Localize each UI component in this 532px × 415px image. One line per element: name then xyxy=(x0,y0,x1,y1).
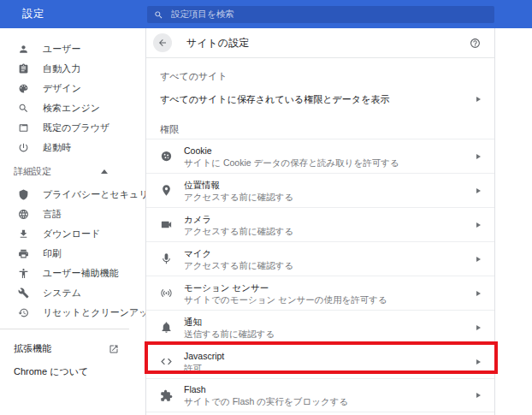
permission-status: サイトでのモーション センサーの使用を許可する xyxy=(184,293,387,305)
languages-icon xyxy=(18,209,29,220)
search-engine-icon xyxy=(18,103,29,114)
javascript-icon xyxy=(160,355,173,368)
chevron-right-icon xyxy=(476,97,481,102)
privacy-security-icon xyxy=(18,189,29,200)
view-all-sites-row[interactable]: すべてのサイトに保存されている権限とデータを表示 xyxy=(146,86,494,113)
sidebar-item-about-chrome[interactable]: Chrome について xyxy=(0,362,129,382)
sidebar-item-accessibility[interactable]: ユーザー補助機能 xyxy=(0,264,145,283)
permission-status: 送信する前に確認する xyxy=(184,328,275,340)
sidebar-item-printing[interactable]: 印刷 xyxy=(0,244,145,264)
permission-name: Flash xyxy=(184,383,348,395)
sidebar-item-privacy-security[interactable]: プライバシーとセキュリティ xyxy=(0,185,145,205)
sidebar-item-downloads[interactable]: ダウンロード xyxy=(0,224,145,244)
permission-status: サイトに Cookie データの保存と読み取りを許可する xyxy=(184,157,399,169)
arrow-back-icon xyxy=(157,38,168,48)
sidebar-item-extensions[interactable]: 拡張機能 xyxy=(0,339,129,359)
sidebar-item-label: 印刷 xyxy=(43,247,62,260)
permission-row-microphone[interactable]: マイクアクセスする前に確認する xyxy=(146,241,494,276)
page-title: サイトの設定 xyxy=(186,36,249,50)
permission-row-location[interactable]: 位置情報アクセスする前に確認する xyxy=(146,173,494,207)
permissions-section-label: 権限 xyxy=(146,123,494,134)
permission-name: Javascript xyxy=(184,350,224,362)
permission-name: マイク xyxy=(184,247,293,259)
permission-name: 通知 xyxy=(184,316,275,328)
chevron-right-icon xyxy=(476,325,481,330)
site-settings-card: サイトの設定 すべてのサイト すべてのサイトに保存されている権限とデータを表示 … xyxy=(145,28,495,415)
sidebar-item-label: 検索エンジン xyxy=(43,102,100,115)
view-all-sites-label: すべてのサイトに保存されている権限とデータを表示 xyxy=(160,93,389,106)
permission-row-notifications[interactable]: 通知送信する前に確認する xyxy=(146,310,494,344)
location-icon xyxy=(160,184,173,197)
sidebar-item-label: ユーザー xyxy=(43,43,81,56)
permission-status: アクセスする前に確認する xyxy=(184,191,293,203)
reset-cleanup-icon xyxy=(18,307,29,318)
sidebar-item-label: 既定のブラウザ xyxy=(43,122,109,134)
chevron-right-icon xyxy=(476,359,481,365)
page-header: サイトの設定 xyxy=(146,28,494,58)
sidebar-item-label: ユーザー補助機能 xyxy=(43,267,119,280)
sidebar-item-label: ダウンロード xyxy=(43,228,100,240)
permission-row-motion-sensors[interactable]: モーション センサーサイトでのモーション センサーの使用を許可する xyxy=(146,276,494,310)
permission-status: アクセスする前に確認する xyxy=(184,259,293,271)
chevron-right-icon xyxy=(476,222,481,228)
advanced-section-toggle[interactable]: 詳細設定 xyxy=(0,162,145,181)
chevron-right-icon xyxy=(476,291,481,296)
permission-name: Cookie xyxy=(184,145,399,157)
permission-status: アクセスする前に確認する xyxy=(184,225,293,237)
search-placeholder: 設定項目を検索 xyxy=(171,9,234,21)
chevron-right-icon xyxy=(476,393,481,398)
permission-row-flash[interactable]: Flashサイトでの Flash の実行をブロックする xyxy=(146,378,494,412)
sidebar-item-on-startup[interactable]: 起動時 xyxy=(0,138,145,157)
cookies-icon xyxy=(160,150,173,163)
chevron-right-icon xyxy=(476,188,481,193)
sidebar-item-label: リセットとクリーンアップ xyxy=(43,306,158,319)
permission-name: モーション センサー xyxy=(184,282,387,293)
back-button[interactable] xyxy=(153,33,172,52)
notifications-icon xyxy=(160,321,173,334)
microphone-icon xyxy=(160,252,173,265)
permission-name: カメラ xyxy=(184,213,293,225)
users-icon xyxy=(18,44,29,55)
sidebar-item-default-browser[interactable]: 既定のブラウザ xyxy=(0,118,145,138)
system-icon xyxy=(18,288,29,299)
permission-row-javascript[interactable]: Javascript許可 xyxy=(146,344,494,378)
sidebar-item-label: 言語 xyxy=(43,208,62,221)
sidebar-item-search-engine[interactable]: 検索エンジン xyxy=(0,98,145,118)
sidebar-divider xyxy=(0,329,129,329)
sidebar-item-appearance[interactable]: デザイン xyxy=(0,79,145,98)
sidebar-item-label: 起動時 xyxy=(43,141,71,154)
flash-icon xyxy=(160,389,173,402)
sidebar-item-reset-cleanup[interactable]: リセットとクリーンアップ xyxy=(0,303,145,323)
open-in-new-icon xyxy=(109,344,119,354)
about-chrome-label: Chrome について xyxy=(14,365,88,378)
on-startup-icon xyxy=(18,142,29,153)
permission-name: 位置情報 xyxy=(184,179,293,191)
camera-icon xyxy=(160,218,173,231)
sidebar-item-label: デザイン xyxy=(43,82,81,95)
sidebar-item-system[interactable]: システム xyxy=(0,283,145,303)
permission-row-cookies[interactable]: Cookieサイトに Cookie データの保存と読み取りを許可する xyxy=(146,139,494,173)
advanced-label: 詳細設定 xyxy=(14,165,51,178)
accessibility-icon xyxy=(18,268,29,279)
sidebar-item-autofill[interactable]: 自動入力 xyxy=(0,59,145,79)
downloads-icon xyxy=(18,228,29,240)
extensions-label: 拡張機能 xyxy=(14,342,51,355)
sidebar-item-users[interactable]: ユーザー xyxy=(0,39,145,59)
sidebar: ユーザー自動入力デザイン検索エンジン既定のブラウザ起動時 詳細設定 プライバシー… xyxy=(0,28,145,415)
sidebar-item-label: 自動入力 xyxy=(43,62,80,75)
permission-status: サイトでの Flash の実行をブロックする xyxy=(184,395,348,407)
all-sites-section-label: すべてのサイト xyxy=(146,70,494,81)
permission-status: 許可 xyxy=(184,362,224,374)
sidebar-item-languages[interactable]: 言語 xyxy=(0,205,145,224)
chevron-right-icon xyxy=(476,257,481,262)
autofill-icon xyxy=(18,63,29,74)
default-browser-icon xyxy=(18,122,29,133)
collapse-triangle-icon xyxy=(101,169,108,174)
search-icon xyxy=(154,10,163,20)
sidebar-item-label: システム xyxy=(43,287,81,299)
permission-row-camera[interactable]: カメラアクセスする前に確認する xyxy=(146,207,494,241)
printing-icon xyxy=(18,248,29,259)
chevron-right-icon xyxy=(476,154,481,159)
help-icon[interactable] xyxy=(470,38,481,49)
search-input[interactable]: 設定項目を検索 xyxy=(147,6,494,23)
